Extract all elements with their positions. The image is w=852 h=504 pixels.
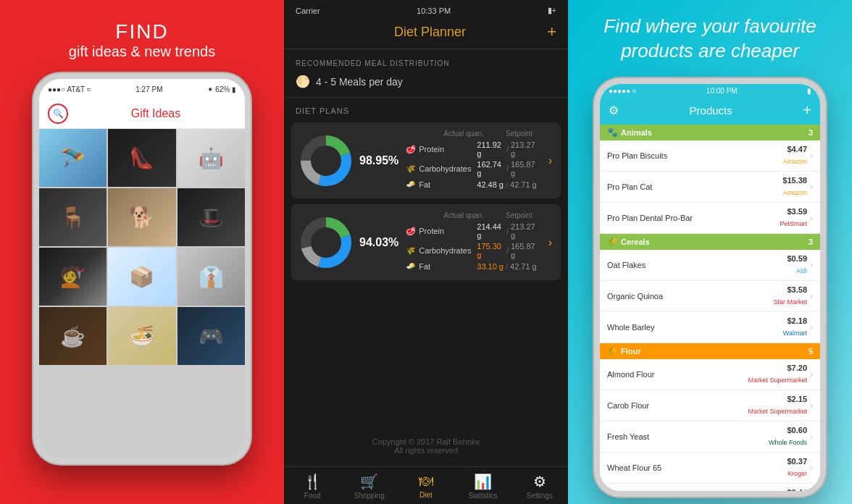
photo-coffee[interactable]: ☕	[39, 307, 106, 365]
battery-label: ✦ 62% ▮	[207, 85, 236, 93]
item-name: Carob Flour	[607, 401, 649, 410]
fat-actual-2: 33.10 g	[477, 262, 504, 271]
plan1-col-headers: Actual quan. Setpoint	[406, 130, 538, 138]
diet-time: 10:33 PM	[417, 7, 451, 15]
item-organic-quinoa[interactable]: Organic Quinoa $3.58 Star Market ›	[600, 281, 820, 312]
item-price: $0.59	[787, 254, 807, 263]
nav-diet[interactable]: 🍽 Diet	[398, 467, 454, 504]
photo-dog[interactable]: 🐕	[108, 188, 175, 246]
photo-skydive[interactable]: 🪂	[39, 129, 106, 187]
diet-header: Diet Planner +	[284, 18, 568, 49]
item-pro-plan-cat[interactable]: Pro Plan Cat $15.38 Amazon ›	[600, 172, 820, 203]
item-name: Pro Plan Biscuits	[607, 151, 667, 160]
nav-food[interactable]: 🍴 Food	[284, 467, 341, 504]
search-icon[interactable]	[48, 104, 68, 124]
meal-distribution-label: RECOMMENDED MEAL DISTRIBUTION	[284, 55, 568, 70]
diet-status-bar: Carrier 10:33 PM ▮+	[284, 0, 568, 18]
item-price: $2.18	[783, 316, 807, 325]
flour-count: 5	[809, 347, 813, 356]
nav-settings[interactable]: ⚙ Settings	[511, 467, 568, 504]
item-wheat-flour-65[interactable]: Wheat Flour 65 $0.37 Kroger ›	[600, 453, 820, 484]
diet-bottom-nav: 🍴 Food 🛒 Shopping 🍽 Diet 📊 Statistics ⚙ …	[284, 466, 568, 504]
item-store: Star Market	[773, 298, 807, 306]
item-store: Amazon	[783, 189, 807, 196]
meal-icon: 🌕	[296, 75, 310, 88]
photo-chair[interactable]: 🪑	[39, 188, 106, 246]
fat-label-1: Fat	[419, 180, 477, 189]
products-status-bar: ●●●●● ≈ 10:00 PM ▮	[600, 84, 820, 98]
item-name: Wheat Flour 65	[607, 463, 661, 472]
item-arrow: ›	[810, 369, 813, 379]
item-arrow: ›	[810, 322, 813, 332]
cereals-icon: 🌾	[607, 237, 618, 247]
gift-search-bar[interactable]: Gift Ideas	[39, 99, 245, 129]
diet-plan-card-1[interactable]: 98.95% Actual quan. Setpoint 🥩 Protein 2…	[291, 122, 561, 198]
products-add-button[interactable]: +	[803, 102, 811, 119]
item-store: PetSmart	[780, 220, 807, 227]
shopping-icon: 🛒	[360, 473, 378, 490]
item-price: $0.44	[779, 488, 807, 491]
diet-battery: ▮+	[548, 6, 556, 15]
photo-stormtrooper[interactable]: 🤖	[178, 129, 245, 187]
diet-chart-1	[300, 135, 352, 187]
photo-girl[interactable]: 💇	[39, 248, 106, 306]
diet-carrier: Carrier	[296, 7, 320, 15]
find-title: FIND	[69, 20, 215, 43]
statistics-nav-label: Statistics	[468, 492, 497, 500]
plan2-arrow[interactable]: ›	[548, 236, 552, 249]
animals-icon: 🐾	[607, 127, 618, 138]
item-pro-plan-biscuits[interactable]: Pro Plan Biscuits $4.47 Amazon ›	[600, 140, 820, 172]
carbs-actual-1: 162.74 g	[477, 160, 504, 177]
item-carob-flour[interactable]: Carob Flour $2.15 Market Supermarket ›	[600, 390, 820, 421]
item-almond-flour[interactable]: Almond Flour $7.20 Market Supermarket ›	[600, 359, 820, 390]
photo-food[interactable]: 🍜	[108, 307, 175, 365]
fat-setpoint-1: 42.71 g	[510, 180, 537, 189]
gear-icon[interactable]: ⚙	[609, 104, 619, 117]
item-name: Pro Plan Cat	[607, 182, 652, 191]
diet-plans-label: DIET PLANS	[284, 104, 568, 119]
meal-info: 🌕 4 - 5 Meals per day	[284, 70, 568, 97]
plan1-percentage: 98.95%	[359, 154, 398, 167]
category-cereals: 🌾 Cereals 3	[600, 234, 820, 250]
fat-icon-2: 🧈	[406, 261, 416, 271]
item-store: Aldi	[796, 267, 807, 274]
photo-godfather[interactable]: 🎩	[178, 188, 245, 246]
shopping-nav-label: Shopping	[354, 492, 384, 500]
item-arrow: ›	[810, 432, 813, 442]
photo-amazon[interactable]: 📦	[108, 248, 175, 306]
protein-setpoint-2: 213.27 g	[511, 222, 538, 240]
products-list: 🐾 Animals 3 Pro Plan Biscuits $4.47 Amaz…	[600, 125, 820, 491]
nav-statistics[interactable]: 📊 Statistics	[454, 467, 511, 504]
item-fresh-yeast[interactable]: Fresh Yeast $0.60 Whole Foods ›	[600, 421, 820, 453]
animals-label: Animals	[621, 128, 652, 137]
nav-shopping[interactable]: 🛒 Shopping	[341, 467, 397, 504]
plan1-arrow[interactable]: ›	[548, 154, 552, 167]
gift-header: FIND gift ideas & new trends	[69, 0, 215, 73]
time-label: 1:27 PM	[135, 85, 162, 93]
setpoint-header-2: Setpoint	[506, 211, 532, 219]
plan2-fat-row: 🧈 Fat 33.10 g / 42.71 g	[406, 261, 538, 271]
category-animals: 🐾 Animals 3	[600, 125, 820, 140]
diet-panel: Carrier 10:33 PM ▮+ Diet Planner + RECOM…	[284, 0, 568, 504]
products-title: Products	[619, 104, 803, 117]
diet-plan-card-2[interactable]: 94.03% Actual quan. Setpoint 🥩 Protein 2…	[291, 204, 561, 280]
protein-label-1: Protein	[419, 145, 477, 154]
item-store: Market Supermarket	[748, 408, 807, 415]
carbs-label-2: Carbohydrates	[419, 246, 477, 255]
diet-nav-label: Diet	[419, 491, 433, 499]
gift-ideas-label: Gift Ideas	[75, 107, 236, 120]
cereals-count: 3	[809, 238, 813, 246]
item-oat-flakes[interactable]: Oat Flakes $0.59 Aldi ›	[600, 250, 820, 281]
gift-status-bar: ●●●○ AT&T ≈ 1:27 PM ✦ 62% ▮	[39, 79, 245, 99]
photo-robot[interactable]: 🎮	[178, 307, 245, 365]
food-icon: 🍴	[304, 473, 322, 490]
photo-heels[interactable]: 👠	[108, 129, 175, 187]
item-arrow: ›	[810, 213, 813, 223]
item-whole-wheat-flour[interactable]: Whole Wheat Flour $0.44 Shoppers ›	[600, 484, 820, 491]
diet-add-button[interactable]: +	[547, 22, 556, 41]
item-pro-plan-dental[interactable]: Pro Plan Dental Pro-Bar $3.59 PetSmart ›	[600, 203, 820, 234]
products-header: ⚙ Products +	[600, 98, 820, 125]
item-whole-barley[interactable]: Whole Barley $2.18 Walmart ›	[600, 312, 820, 343]
item-name: Almond Flour	[607, 370, 654, 379]
photo-man[interactable]: 👔	[178, 248, 245, 306]
